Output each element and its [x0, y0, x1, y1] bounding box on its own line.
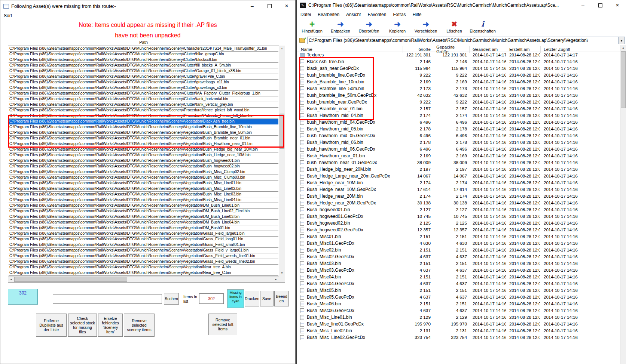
address-bar[interactable]: C:\Program Files (x86)\Steam\steamapps\c…	[307, 37, 619, 44]
toolbar-test[interactable]: ➜Überprüfen	[355, 19, 383, 36]
path-row[interactable]: C:\Program Files (x86)\Steam\steamapps\c…	[9, 209, 278, 214]
path-row[interactable]: C:\Program Files (x86)\Steam\steamapps\c…	[9, 186, 278, 192]
file-row[interactable]: Bush_Misc04.GeoPcDx4 6374 6372014-10-17 …	[297, 280, 620, 287]
scroll-down-icon[interactable]	[279, 270, 285, 276]
path-row[interactable]: C:\Program Files (x86)\Steam\steamapps\c…	[9, 242, 278, 248]
close-icon[interactable]	[278, 0, 295, 12]
file-row[interactable]: bush_hawthorn_mid_04.GeoPcDx6 4966 49620…	[297, 119, 620, 126]
file-row[interactable]: Bush_Misc06.GeoPcDx4 6374 6372014-10-17 …	[297, 307, 620, 314]
file-row[interactable]: Bush_hogweed01.bin2 1272 1272014-10-17 1…	[297, 206, 620, 213]
path-row[interactable]: C:\Program Files (x86)\Steam\steamapps\c…	[9, 203, 278, 209]
path-row[interactable]: C:\Program Files (x86)\Steam\steamapps\c…	[9, 102, 278, 108]
path-row[interactable]: C:\Program Files (x86)\Steam\steamapps\c…	[9, 270, 278, 276]
path-row[interactable]: C:\Program Files (x86)\Steam\steamapps\c…	[9, 175, 278, 181]
toolbar-extract[interactable]: ➜Entpacken	[326, 19, 355, 36]
scroll-right-icon[interactable]	[273, 277, 279, 282]
path-row[interactable]: C:\Program Files (x86)\Steam\steamapps\c…	[9, 130, 278, 136]
path-row[interactable]: C:\Program Files (x86)\Steam\steamapps\c…	[9, 197, 278, 203]
maximize-icon[interactable]	[261, 0, 278, 12]
file-row[interactable]: Bush_Hedge_near_10M.GeoPcDx17 61417 6142…	[297, 186, 620, 193]
toolbar-copy[interactable]: ➜Kopieren	[383, 19, 412, 36]
file-row[interactable]: Bush_Misc_Line02.GeoPcDx323 754323 75420…	[297, 334, 620, 341]
menu-ansicht[interactable]: Ansicht	[343, 11, 364, 18]
search-button[interactable]: Suchen	[164, 293, 179, 305]
file-row[interactable]: Textures122 191 301122 191 3012014-10-17…	[297, 52, 620, 58]
toolbar-add[interactable]: +Hinzufügen	[298, 19, 326, 36]
scroll-left-icon[interactable]	[8, 277, 14, 282]
path-row[interactable]: C:\Program Files (x86)\Steam\steamapps\c…	[9, 164, 278, 169]
file-row[interactable]: Bush_Hawthorn_mid_06.bin2 1782 1782014-1…	[297, 139, 620, 146]
minimize-icon[interactable]	[244, 0, 261, 12]
file-row[interactable]: Bush_Bramble_line_50m.bin2 1732 1732014-…	[297, 85, 620, 92]
menu-datei[interactable]: Datei	[297, 11, 314, 18]
replace-scenery-item-button[interactable]: Ersetze fehlendes 'Scenery Item'	[98, 314, 123, 337]
file-row[interactable]: Bush_Hedge_near_10M.bin2 1742 1742014-10…	[297, 179, 620, 186]
path-row[interactable]: C:\Program Files (x86)\Steam\steamapps\c…	[9, 46, 278, 52]
exit-button[interactable]: Beenden	[274, 291, 289, 306]
path-row[interactable]: C:\Program Files (x86)\Steam\steamapps\c…	[9, 68, 278, 74]
remove-duplicates-button[interactable]: Entferne Duplikate aus der Liste	[36, 314, 67, 337]
file-row[interactable]: Bush_Misc05.GeoPcDx4 6374 6372014-10-17 …	[297, 294, 620, 300]
path-row[interactable]: C:\Program Files (x86)\Steam\steamapps\c…	[9, 52, 278, 57]
path-row[interactable]: C:\Program Files (x86)\Steam\steamapps\c…	[9, 113, 278, 119]
close-icon[interactable]	[609, 0, 626, 10]
folder-up-icon[interactable]	[299, 38, 305, 43]
file-row[interactable]: Bush_Hawthorn_mid_05.bin2 1782 1782014-1…	[297, 126, 620, 132]
file-row[interactable]: Bush_Misc04.bin2 1512 1512014-10-17 14:1…	[297, 274, 620, 280]
path-row[interactable]: C:\Program Files (x86)\Steam\steamapps\c…	[9, 147, 278, 152]
path-row[interactable]: C:\Program Files (x86)\Steam\steamapps\c…	[9, 253, 278, 259]
path-row[interactable]: C:\Program Files (x86)\Steam\steamapps\c…	[9, 80, 278, 85]
path-row[interactable]: C:\Program Files (x86)\Steam\steamapps\c…	[9, 169, 278, 175]
path-row[interactable]: C:\Program Files (x86)\Steam\steamapps\c…	[9, 220, 278, 225]
search-input[interactable]	[53, 294, 162, 304]
scroll-up-icon[interactable]	[279, 46, 285, 51]
path-row[interactable]: C:\Program Files (x86)\Steam\steamapps\c…	[9, 259, 278, 265]
file-row[interactable]: Bush_Misc03.GeoPcDx4 6374 6372014-10-17 …	[297, 267, 620, 274]
file-row[interactable]: Bush_hogweed02.GeoPcDx12 35712 3572014-1…	[297, 226, 620, 233]
file-row[interactable]: Bush_Misc01.GeoPcDx4 6304 6302014-10-17 …	[297, 240, 620, 247]
save-button[interactable]: Save	[260, 291, 274, 306]
file-row[interactable]: Bush_Misc02.GeoPcDx4 6374 6372014-10-17 …	[297, 253, 620, 260]
vertical-scrollbar[interactable]	[279, 46, 285, 276]
file-row[interactable]: Bush_Bramble_near_01.bin2 1572 1572014-1…	[297, 105, 620, 112]
path-row[interactable]: C:\Program Files (x86)\Steam\steamapps\c…	[9, 63, 278, 68]
path-column-header[interactable]: Path	[8, 39, 279, 46]
toolbar-info[interactable]: iEigenschaften	[468, 19, 497, 36]
scrollbar-thumb[interactable]	[280, 114, 284, 149]
menu-hilfe[interactable]: Hilfe	[409, 11, 425, 18]
file-row[interactable]: Bush_Hedge_big_near_20M.bin2 1972 197201…	[297, 166, 620, 173]
path-row[interactable]: C:\Program Files (x86)\Steam\steamapps\c…	[9, 192, 278, 197]
file-row[interactable]: Bush_Misc02.bin2 1512 1512014-10-17 14:1…	[297, 247, 620, 253]
path-row[interactable]: C:\Program Files (x86)\Steam\steamapps\c…	[9, 57, 278, 63]
file-row[interactable]: bush_bramble_line.GeoPcDx9 2229 2222014-…	[297, 72, 620, 78]
file-row[interactable]: Bush_Misc_Line01.bin2 1292 1292014-10-17…	[297, 314, 620, 321]
path-row[interactable]: C:\Program Files (x86)\Steam\steamapps\c…	[9, 85, 278, 91]
menu-bearbeiten[interactable]: Bearbeiten	[314, 11, 343, 18]
path-row[interactable]: C:\Program Files (x86)\Steam\steamapps\c…	[9, 152, 278, 158]
maximize-icon[interactable]	[592, 0, 609, 10]
file-row[interactable]: black_ash_near.GeoPcDx115 964115 9642014…	[297, 65, 620, 72]
path-row[interactable]: C:\Program Files (x86)\Steam\steamapps\c…	[9, 237, 278, 242]
file-row[interactable]: Bush_Misc_line01.GeoPcDx195 970195 97020…	[297, 321, 620, 327]
file-row[interactable]: Bush_hogweed02.bin2 1252 1252014-10-17 1…	[297, 220, 620, 226]
path-row[interactable]: C:\Program Files (x86)\Steam\steamapps\c…	[9, 124, 278, 130]
file-row[interactable]: Bush_Bramble_line_10m.bin2 1692 1692014-…	[297, 78, 620, 85]
file-row[interactable]: bush_hawthorn_mid_05.GeoPcDx6 4966 49620…	[297, 132, 620, 139]
file-row[interactable]: Bush_hogweed01.GeoPcDx10 74510 7452014-1…	[297, 213, 620, 220]
file-row[interactable]: Bush_Hawthorn_mid_04.bin2 1742 1742014-1…	[297, 112, 620, 119]
address-dropdown-icon[interactable]	[619, 37, 625, 44]
path-row[interactable]: C:\Program Files (x86)\Steam\steamapps\c…	[9, 248, 278, 253]
path-row[interactable]: C:\Program Files (x86)\Steam\steamapps\c…	[9, 231, 278, 237]
remove-scenery-items-button[interactable]: Remove selected scenery items	[124, 314, 155, 337]
scroll-up-icon[interactable]	[620, 45, 626, 50]
path-row[interactable]: C:\Program Files (x86)\Steam\steamapps\c…	[9, 225, 278, 231]
file-row[interactable]: Bush_Hawthorn_near_01.bin2 1692 1692014-…	[297, 152, 620, 159]
path-row[interactable]: C:\Program Files (x86)\Steam\steamapps\c…	[9, 141, 278, 147]
file-row[interactable]: Bush_Misc01.bin2 1512 1512014-10-17 14:1…	[297, 233, 620, 240]
toolbar-move[interactable]: ➜Verschieben	[412, 19, 440, 36]
path-row[interactable]: C:\Program Files (x86)\Steam\steamapps\c…	[9, 96, 278, 102]
file-row[interactable]: Bush_Misc03.bin2 1512 1512014-10-17 14:1…	[297, 260, 620, 267]
vertical-scrollbar[interactable]	[620, 45, 626, 364]
file-row[interactable]: Bush_Misc06.bin2 1512 1512014-10-17 14:1…	[297, 300, 620, 307]
scrollbar-thumb[interactable]	[14, 277, 127, 282]
